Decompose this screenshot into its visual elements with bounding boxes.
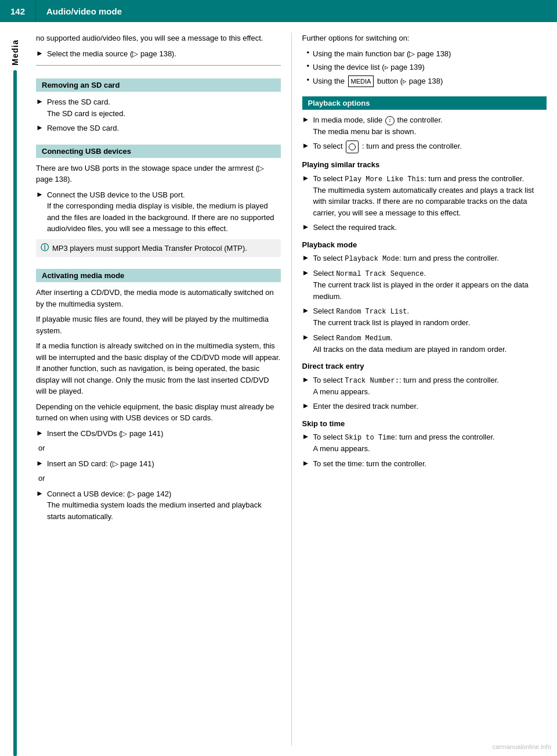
select-random-track-list: ► Select Random Track List. The current … [302, 305, 547, 329]
activating-p4: Depending on the vehicle equipment, the … [36, 401, 281, 424]
info-box: ⓘ MP3 players must support Media Transfe… [36, 239, 281, 258]
arrow-icon: ► [302, 253, 310, 262]
arrow-icon: ► [302, 459, 310, 467]
arrow-icon: ► [302, 306, 310, 315]
tn-pre: To select [313, 376, 345, 384]
removing-sd-card-header: Removing an SD card [36, 78, 281, 92]
select-media-source: ► Select the media source (▷ page 138). [36, 48, 281, 60]
page-title: Audio/video mode [36, 6, 132, 16]
rm-code: Random Medium [336, 334, 390, 343]
arrow-content: Press the SD card. The SD card is ejecte… [47, 96, 281, 119]
stt-detail: A menu appears. [313, 444, 370, 453]
stt-pre: To select [313, 433, 345, 441]
media-button-inline: MEDIA [348, 75, 374, 88]
media-mode-slide: ► In media mode, slide the controller. T… [302, 114, 547, 137]
arrow-icon: ► [36, 123, 44, 132]
dot-content: Using the device list (▹ page 139) [313, 62, 547, 73]
arrow-icon: ► [302, 222, 310, 231]
arrow-content: Select the media source (▷ page 138). [47, 48, 281, 60]
activating-media-header: Activating media mode [36, 269, 281, 282]
arrow-content: To set the time: turn the controller. [313, 458, 547, 470]
option-media-button: • Using the MEDIA button (▹ page 138) [302, 75, 547, 88]
arrow-icon: ► [36, 489, 44, 498]
connect-usb-main: Connect the USB device to the USB port. [47, 190, 185, 199]
option-device-list: • Using the device list (▹ page 139) [302, 62, 547, 73]
scroll-icon [385, 116, 395, 125]
tn-code: Track Number: [345, 377, 399, 385]
or1: or [36, 442, 281, 454]
slide-tail: the controller. [397, 116, 443, 124]
pm-post: : turn and press the controller. [399, 254, 499, 262]
arrow-content: To select Skip to Time: turn and press t… [313, 431, 547, 455]
insert-cds: ► Insert the CDs/DVDs (▷ page 141) [36, 428, 281, 440]
nts-post: . [424, 269, 426, 278]
info-icon: ⓘ [41, 243, 49, 253]
right-column: Further options for switching on: • Usin… [292, 33, 558, 746]
arrow-icon: ► [36, 459, 44, 467]
select-random-medium: ► Select Random Medium. All tracks on th… [302, 332, 547, 355]
rtl-post: . [407, 307, 410, 315]
usb-intro: There are two USB ports in the stowage s… [36, 163, 281, 185]
select-normal-track: ► Select Normal Track Sequence. The curr… [302, 268, 547, 302]
press-sd-text: Press the SD card. [47, 98, 110, 106]
sidebar-bar [13, 70, 17, 756]
play-more-pre: To select [313, 174, 345, 183]
rtl-code: Random Track List [336, 308, 407, 316]
activating-p3: If a media function is already switched … [36, 340, 281, 397]
section-rule [36, 65, 281, 66]
connect-usb: ► Connect the USB device to the USB port… [36, 189, 281, 235]
further-options-heading: Further options for switching on: [302, 33, 547, 44]
rm-pre: Select [313, 333, 336, 342]
controller-icon [346, 141, 359, 153]
or2: or [36, 473, 281, 484]
stt-post: : turn and press the controller. [395, 433, 495, 441]
arrow-icon: ► [36, 97, 44, 106]
arrow-content: In media mode, slide the controller. The… [313, 114, 547, 137]
arrow-content: Remove the SD card. [47, 123, 281, 134]
sidebar-label: Media [10, 39, 20, 66]
option-main-function: • Using the main function bar (▷ page 13… [302, 48, 547, 60]
watermark: carmanualonline.info [492, 743, 551, 750]
nts-detail: The current track list is played in the … [313, 280, 528, 301]
main-layout: Media no supported audio/video files, yo… [0, 22, 557, 756]
dot-content: Using the main function bar (▷ page 138) [313, 48, 547, 60]
arrow-icon: ► [36, 429, 44, 437]
to-select-controller-icon: ► To select : turn and press the control… [302, 141, 547, 153]
connect-usb-main2: Connect a USB device: (▷ page 142) [47, 489, 172, 498]
play-more-post: : turn and press the controller. [424, 174, 524, 183]
select-skip-to-time: ► To select Skip to Time: turn and press… [302, 431, 547, 455]
pm-code: Playback Mode [345, 255, 399, 263]
page-header: 142 Audio/video mode [0, 0, 557, 22]
rm-post: . [390, 333, 393, 342]
pm-pre: To select [313, 254, 345, 262]
direct-track-entry-heading: Direct track entry [302, 361, 547, 372]
arrow-content: Enter the desired track number. [313, 401, 547, 412]
arrow-icon: ► [302, 268, 310, 277]
select-playback-mode: ► To select Playback Mode: turn and pres… [302, 253, 547, 264]
arrow-icon: ► [302, 141, 310, 150]
arrow-content: Connect the USB device to the USB port. … [47, 189, 281, 235]
connecting-usb-header: Connecting USB devices [36, 145, 281, 158]
select-required-track: ► Select the required track. [302, 222, 547, 233]
arrow-content: To select Play More Like This: turn and … [313, 173, 547, 219]
dot-icon: • [307, 62, 310, 70]
playback-options-header: Playback options [302, 96, 547, 110]
menu-bar-shown: The media menu bar is shown. [313, 127, 416, 136]
arrow-icon: ► [302, 115, 310, 124]
play-more-detail: The multimedia system automatically crea… [313, 186, 534, 217]
arrow-content: To select Playback Mode: turn and press … [313, 253, 547, 264]
rm-detail: All tracks on the data medium are played… [313, 345, 507, 354]
arrow-content: To select Track Number:: turn and press … [313, 375, 547, 398]
arrow-icon: ► [302, 432, 310, 441]
tn-detail: A menu appears. [313, 387, 370, 396]
remove-sd-card: ► Remove the SD card. [36, 123, 281, 134]
connect-usb-device: ► Connect a USB device: (▷ page 142) The… [36, 488, 281, 523]
arrow-icon: ► [302, 375, 310, 384]
arrow-icon: ► [36, 49, 44, 57]
play-more-like-this: ► To select Play More Like This: turn an… [302, 173, 547, 219]
activating-p1: After inserting a CD/DVD, the media mode… [36, 287, 281, 309]
intro-text: no supported audio/video files, you will… [36, 33, 281, 44]
to-select-post: : turn and press the controller. [362, 142, 462, 151]
content-columns: no supported audio/video files, you will… [30, 22, 557, 756]
playback-mode-heading: Playback mode [302, 239, 547, 251]
